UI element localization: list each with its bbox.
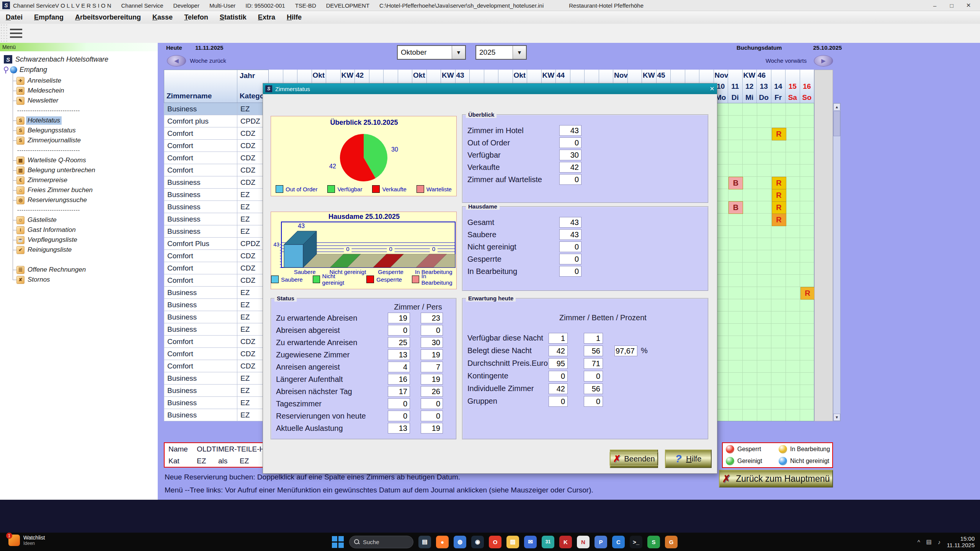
- field-value[interactable]: 0: [559, 241, 581, 252]
- field-value[interactable]: 43: [559, 217, 581, 228]
- sidebar-item-warteliste-q-rooms[interactable]: ▦Warteliste Q-Rooms: [0, 155, 158, 165]
- field-value[interactable]: 0: [559, 174, 581, 185]
- reservation-marker-r[interactable]: R: [772, 128, 786, 140]
- field-value[interactable]: 43: [559, 125, 581, 136]
- reservation-marker-r[interactable]: R: [800, 287, 815, 300]
- back-to-main-menu-button[interactable]: ✗ Zurück zum Hauptmenü: [719, 470, 833, 487]
- dialog-close-icon[interactable]: ✕: [707, 85, 717, 92]
- sidebar-item-freies-zimmer-buchen[interactable]: ⌂Freies Zimmer buchen: [0, 185, 158, 195]
- week-forward-button[interactable]: ▶: [814, 55, 833, 67]
- start-button[interactable]: [331, 535, 344, 548]
- week-back-button[interactable]: ◀: [167, 55, 186, 67]
- zimmer-value[interactable]: 16: [388, 374, 410, 385]
- zimmer-value[interactable]: 0: [388, 411, 410, 421]
- table-row[interactable]: BusinessEZ: [164, 372, 269, 385]
- sidebar-item-zimmerpreise[interactable]: €Zimmerpreise: [0, 175, 158, 185]
- hamburger-menu-icon[interactable]: [10, 29, 22, 38]
- table-row[interactable]: BussinessCDZ: [164, 176, 269, 189]
- sidebar-item-verpflegungsliste[interactable]: ☕Verpflegungsliste: [0, 235, 158, 245]
- table-row[interactable]: BussinessEZ: [164, 189, 269, 201]
- menu-item-arbeitsvorbereitung[interactable]: Arbeitsvorbereitung: [69, 13, 147, 21]
- reservation-marker-r[interactable]: R: [772, 177, 786, 189]
- table-row[interactable]: BusinessEZ: [164, 103, 269, 115]
- day-column-header[interactable]: 14Fr: [771, 70, 786, 103]
- table-row[interactable]: ComfortCDZ: [164, 152, 269, 164]
- menu-item-kasse[interactable]: Kasse: [147, 13, 178, 21]
- sidebar-item-meldeschein[interactable]: ✉Meldeschein: [0, 86, 158, 96]
- taskbar-icon-folder[interactable]: ▨: [506, 536, 519, 548]
- sidebar-item-belegung-unterbrechen[interactable]: ▥Belegung unterbrechen: [0, 165, 158, 175]
- menu-item-hilfe[interactable]: Hilfe: [281, 13, 307, 21]
- zimmer-value[interactable]: 0: [388, 398, 410, 409]
- day-column-header[interactable]: 15Sa: [786, 70, 800, 103]
- pers-value[interactable]: 19: [421, 374, 443, 385]
- hilfe-button[interactable]: ? Hilfe: [665, 450, 712, 468]
- sidebar-item-belegungsstatus[interactable]: SBelegungsstatus: [0, 126, 158, 135]
- taskbar-icon-keepass[interactable]: K: [559, 536, 572, 548]
- zimmer-value[interactable]: 0: [388, 325, 410, 336]
- pers-value[interactable]: 23: [421, 313, 443, 323]
- table-row[interactable]: BusinessEZ: [164, 397, 269, 409]
- tray-chevron-icon[interactable]: ^: [917, 539, 920, 545]
- chevron-down-icon[interactable]: ▼: [452, 46, 465, 59]
- table-row[interactable]: BussinessEZ: [164, 225, 269, 238]
- zimmer-value[interactable]: 19: [388, 313, 410, 323]
- sidebar-item-anreiseliste[interactable]: ✈Anreiseliste: [0, 76, 158, 86]
- sidebar-item-zimmerjournalliste[interactable]: SZimmerjournalliste: [0, 135, 158, 145]
- taskbar-watchlist-widget[interactable]: 1 Watchlist Ideen: [8, 535, 45, 546]
- table-row[interactable]: ComfortCDZ: [164, 140, 269, 152]
- taskbar-icon-calendar[interactable]: 31: [542, 536, 554, 548]
- table-row[interactable]: ComfortCDZ: [164, 348, 269, 360]
- table-row[interactable]: BusinessEZ: [164, 323, 269, 336]
- field-value[interactable]: 30: [559, 150, 581, 160]
- field-value[interactable]: 0: [559, 254, 581, 264]
- table-row[interactable]: ComfortCDZ: [164, 262, 269, 274]
- zimmer-value[interactable]: 42: [549, 383, 568, 394]
- field-value[interactable]: 0: [559, 266, 581, 277]
- zimmer-value[interactable]: 1: [549, 333, 568, 344]
- menu-item-datei[interactable]: Datei: [0, 13, 28, 21]
- taskbar-icon-monitor[interactable]: ▤: [418, 536, 431, 548]
- prozent-value[interactable]: 97,67: [614, 346, 637, 356]
- table-row[interactable]: BusinessEZ: [164, 287, 269, 299]
- taskbar-icon-mail[interactable]: ✉: [524, 536, 537, 548]
- table-row[interactable]: BusinessEZ: [164, 409, 269, 421]
- betten-value[interactable]: 0: [584, 396, 603, 407]
- zimmer-value[interactable]: 17: [388, 386, 410, 397]
- dialog-titlebar[interactable]: S Zimmerstatus ✕: [263, 83, 717, 94]
- sidebar-item-offene-rechnungen[interactable]: ☰Offene Rechnungen: [0, 265, 158, 275]
- field-value[interactable]: 0: [559, 137, 581, 148]
- betten-value[interactable]: 1: [584, 333, 603, 344]
- table-row[interactable]: BussinessEZ: [164, 201, 269, 213]
- table-row[interactable]: ComfortCDZ: [164, 127, 269, 140]
- day-column-header[interactable]: 4613Do: [757, 70, 771, 103]
- table-row[interactable]: Comfort PlusCPDZ: [164, 238, 269, 250]
- field-value[interactable]: 43: [559, 229, 581, 240]
- day-column-header[interactable]: KW12Mi: [743, 70, 757, 103]
- month-select[interactable]: Oktober ▼: [397, 45, 466, 60]
- reservation-marker-r[interactable]: R: [772, 201, 786, 214]
- zimmer-value[interactable]: 4: [388, 362, 410, 372]
- table-row[interactable]: BusinessEZ: [164, 385, 269, 397]
- sidebar-item-reinigungsliste[interactable]: ✔Reinigungsliste: [0, 245, 158, 255]
- close-icon[interactable]: ✕: [960, 2, 977, 9]
- taskbar-icon-notes[interactable]: N: [577, 536, 590, 548]
- taskbar-icon-gimp[interactable]: G: [665, 536, 678, 548]
- taskbar-icon-firefox[interactable]: ●: [436, 536, 449, 548]
- table-row[interactable]: ComfortCDZ: [164, 336, 269, 348]
- minimize-icon[interactable]: –: [926, 2, 943, 9]
- zimmer-value[interactable]: 25: [388, 337, 410, 348]
- day-column-header[interactable]: 16So: [800, 70, 815, 103]
- year-select[interactable]: 2025 ▼: [475, 45, 527, 60]
- table-row[interactable]: ComfortCDZ: [164, 360, 269, 372]
- pers-value[interactable]: 0: [421, 411, 443, 421]
- table-row[interactable]: BusinessEZ: [164, 299, 269, 311]
- reservation-marker-b[interactable]: B: [728, 177, 743, 189]
- vertical-scrollbar[interactable]: ▲ ▼: [833, 103, 841, 421]
- pers-value[interactable]: 0: [421, 325, 443, 336]
- table-row[interactable]: ComfortCDZ: [164, 250, 269, 262]
- table-row[interactable]: BusinessEZ: [164, 311, 269, 323]
- scroll-up-icon[interactable]: ▲: [833, 103, 840, 111]
- reservation-marker-r[interactable]: R: [772, 189, 786, 202]
- pers-value[interactable]: 19: [421, 423, 443, 434]
